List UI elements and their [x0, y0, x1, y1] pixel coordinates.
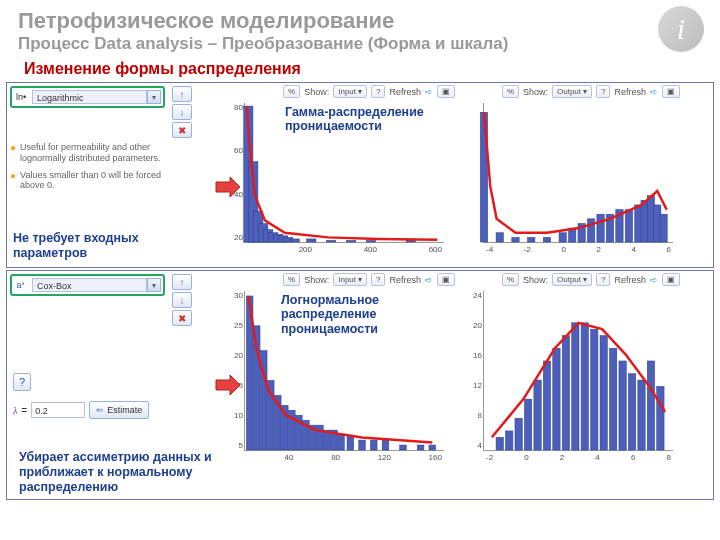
alpha-x-icon: aˣ: [14, 278, 28, 292]
delete-button[interactable]: ✖: [172, 122, 192, 138]
move-up-button[interactable]: ↑: [172, 274, 192, 290]
ln-icon: ln•: [14, 90, 28, 104]
move-down-button[interactable]: ↓: [172, 292, 192, 308]
svg-rect-24: [597, 214, 604, 242]
svg-rect-16: [496, 233, 503, 242]
info-bullets: ●Useful for permeability and other logno…: [10, 142, 211, 191]
svg-rect-19: [543, 237, 550, 242]
transform-dropdown[interactable]: ln• Logarithmic ▾: [10, 86, 165, 108]
refresh-icon[interactable]: ➪: [650, 87, 658, 97]
dropdown-value: Cox-Box: [32, 278, 147, 292]
caption-no-input: Не требует входных параметров: [13, 231, 214, 261]
slide-subtitle: Процесс Data analysis – Преобразование (…: [0, 34, 720, 54]
bullet-icon: ●: [10, 142, 16, 164]
refresh-icon[interactable]: ➪: [650, 275, 658, 285]
percent-button[interactable]: %: [283, 85, 300, 98]
section-logarithmic: ln• Logarithmic ▾ ↑ ↓ ✖ ●Useful for perm…: [6, 82, 714, 268]
chart-toolbar: % Show: Output ▾ ? Refresh ➪ ▣: [502, 85, 680, 98]
caption-coxbox: Убирает ассиметрию данных и приближает к…: [19, 450, 219, 495]
svg-rect-51: [400, 445, 407, 450]
lambda-field[interactable]: 0.2: [31, 402, 85, 418]
chevron-down-icon: ▾: [147, 278, 161, 292]
svg-rect-12: [346, 240, 355, 242]
chevron-down-icon: ▾: [147, 90, 161, 104]
svg-rect-58: [534, 380, 541, 450]
svg-rect-52: [417, 445, 424, 450]
svg-rect-61: [562, 336, 569, 450]
help-button[interactable]: ?: [596, 273, 610, 286]
svg-rect-62: [572, 323, 579, 450]
estimate-button[interactable]: ⇐Estimate: [89, 401, 149, 419]
arrow-right-icon: [214, 371, 242, 399]
svg-rect-57: [524, 399, 531, 450]
svg-rect-60: [553, 348, 560, 450]
svg-rect-9: [290, 239, 299, 242]
transform-dropdown[interactable]: aˣ Cox-Box ▾: [10, 274, 165, 296]
lambda-icon: λ: [13, 405, 17, 416]
percent-button[interactable]: %: [283, 273, 300, 286]
show-select[interactable]: Output ▾: [552, 85, 592, 98]
info-logo: i: [658, 6, 704, 52]
svg-rect-56: [515, 418, 522, 450]
chart-lognorm-output: % Show: Output ▾ ? Refresh ➪ ▣ 242016128…: [459, 271, 684, 499]
help-button[interactable]: ?: [371, 273, 385, 286]
panel-logarithmic: ln• Logarithmic ▾ ↑ ↓ ✖ ●Useful for perm…: [7, 83, 214, 267]
svg-rect-27: [625, 210, 632, 242]
svg-rect-66: [609, 348, 616, 450]
svg-rect-14: [406, 240, 415, 242]
percent-button[interactable]: %: [502, 85, 519, 98]
reorder-buttons: ↑ ↓ ✖: [172, 86, 192, 138]
bullet-icon: ●: [10, 170, 16, 192]
svg-rect-32: [660, 214, 667, 242]
export-button[interactable]: ▣: [662, 273, 680, 286]
svg-rect-53: [429, 445, 436, 450]
svg-rect-10: [307, 239, 316, 242]
show-select[interactable]: Input ▾: [333, 85, 367, 98]
show-select[interactable]: Output ▾: [552, 273, 592, 286]
help-button[interactable]: ?: [13, 373, 31, 391]
reorder-buttons: ↑ ↓ ✖: [172, 274, 192, 326]
svg-rect-43: [317, 425, 324, 450]
chart-lognorm-input: % Show: Input ▾ ? Refresh ➪ ▣ Логнормаль…: [214, 271, 459, 499]
svg-rect-71: [657, 386, 664, 450]
export-button[interactable]: ▣: [437, 273, 455, 286]
slide-title: Петрофизическое моделирование: [0, 0, 720, 34]
show-select[interactable]: Input ▾: [333, 273, 367, 286]
refresh-icon[interactable]: ➪: [425, 275, 433, 285]
svg-rect-50: [382, 440, 389, 450]
svg-rect-48: [359, 440, 366, 450]
chart-toolbar: % Show: Input ▾ ? Refresh ➪ ▣: [283, 273, 455, 286]
dropdown-value: Logarithmic: [32, 90, 147, 104]
svg-rect-63: [581, 323, 588, 450]
arrow-right-icon: [214, 173, 242, 201]
delete-button[interactable]: ✖: [172, 310, 192, 326]
chart-toolbar: % Show: Output ▾ ? Refresh ➪ ▣: [502, 273, 680, 286]
slide-headline: Изменение формы распределения: [0, 54, 720, 80]
svg-rect-49: [370, 440, 377, 450]
svg-rect-68: [628, 374, 635, 450]
svg-rect-11: [327, 240, 336, 242]
export-button[interactable]: ▣: [437, 85, 455, 98]
svg-rect-13: [366, 240, 375, 242]
percent-button[interactable]: %: [502, 273, 519, 286]
svg-rect-64: [591, 329, 598, 450]
svg-rect-54: [496, 437, 503, 450]
svg-rect-67: [619, 361, 626, 450]
refresh-icon[interactable]: ➪: [425, 87, 433, 97]
export-button[interactable]: ▣: [662, 85, 680, 98]
svg-rect-18: [528, 237, 535, 242]
move-down-button[interactable]: ↓: [172, 104, 192, 120]
svg-rect-65: [600, 336, 607, 450]
svg-rect-20: [559, 233, 566, 242]
chart-toolbar: % Show: Input ▾ ? Refresh ➪ ▣: [283, 85, 455, 98]
svg-rect-46: [338, 435, 345, 450]
help-button[interactable]: ?: [596, 85, 610, 98]
svg-rect-59: [543, 361, 550, 450]
chart-gamma-input: % Show: Input ▾ ? Refresh ➪ ▣ Гамма-расп…: [214, 83, 459, 267]
help-button[interactable]: ?: [371, 85, 385, 98]
svg-rect-23: [587, 219, 594, 242]
chart-gamma-output: % Show: Output ▾ ? Refresh ➪ ▣ -4-20246: [459, 83, 684, 267]
move-up-button[interactable]: ↑: [172, 86, 192, 102]
svg-rect-55: [506, 431, 513, 450]
section-coxbox: aˣ Cox-Box ▾ ↑ ↓ ✖ ? λ = 0.2 ⇐Estimate %: [6, 270, 714, 500]
